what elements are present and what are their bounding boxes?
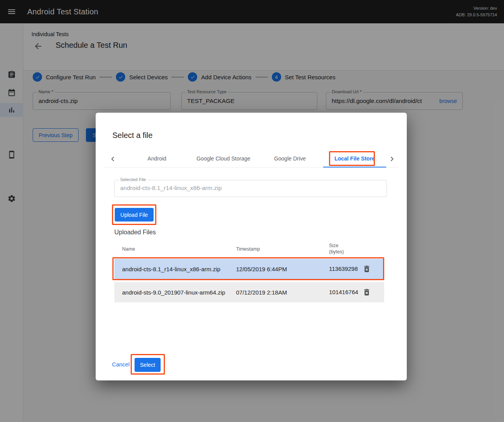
tab-google-drive[interactable]: Google Drive [257,150,323,167]
table-row[interactable]: android-cts-8.1_r14-linux_x86-arm.zip 12… [114,259,384,279]
app-root: Android Test Station Version: dev ADB: 2… [0,0,504,422]
tab-local-file-store[interactable]: Local File Store [323,150,386,167]
column-header-name: Name [114,246,228,252]
cell-actions [359,264,384,274]
cell-timestamp: 12/05/2019 6:44PM [228,266,326,272]
column-header-timestamp: Timestamp [228,246,326,252]
cell-actions [359,287,384,297]
delete-file-button[interactable] [362,264,372,274]
cancel-button[interactable]: Cancel [109,357,133,371]
cell-size: 101416764 [326,289,359,296]
uploaded-files-table: Name Timestamp Size (bytes) android-cts-… [114,242,384,302]
cell-file-name: android-sts-9.0_201907-linux-arm64.zip [114,289,228,296]
field-label: Selected File [119,177,147,182]
active-tab-underline [323,167,386,167]
chevron-right-icon [387,154,397,164]
tab-scroll-left-button[interactable] [107,153,118,165]
cell-file-name: android-cts-8.1_r14-linux_x86-arm.zip [114,266,228,272]
table-header-row: Name Timestamp Size (bytes) [114,242,384,256]
trash-icon [362,265,371,273]
tab-bar: Android Google Cloud Storage Google Driv… [124,150,386,167]
tab-google-cloud-storage[interactable]: Google Cloud Storage [190,150,257,167]
delete-file-button[interactable] [362,287,372,297]
select-button[interactable]: Select [135,358,161,372]
tab-android[interactable]: Android [124,150,190,167]
upload-file-button[interactable]: Upload File [115,208,154,221]
file-picker-dialog: Select a file Android Google Cloud Stora… [96,113,407,380]
tab-scroll-right-button[interactable] [387,153,397,165]
column-header-size: Size (bytes) [326,243,359,255]
table-row[interactable]: android-sts-9.0_201907-linux-arm64.zip 0… [114,282,384,302]
selected-file-field[interactable]: Selected File android-cts-8.1_r14-linux_… [114,180,387,197]
cell-timestamp: 07/12/2019 2:18AM [228,289,326,296]
chevron-left-icon [108,154,117,164]
dialog-title: Select a file [112,131,152,140]
uploaded-files-heading: Uploaded Files [114,229,156,236]
trash-icon [362,288,371,296]
cell-size: 113639298 [326,265,359,273]
field-value: android-cts-8.1_r14-linux_x86-arm.zip [115,180,387,192]
